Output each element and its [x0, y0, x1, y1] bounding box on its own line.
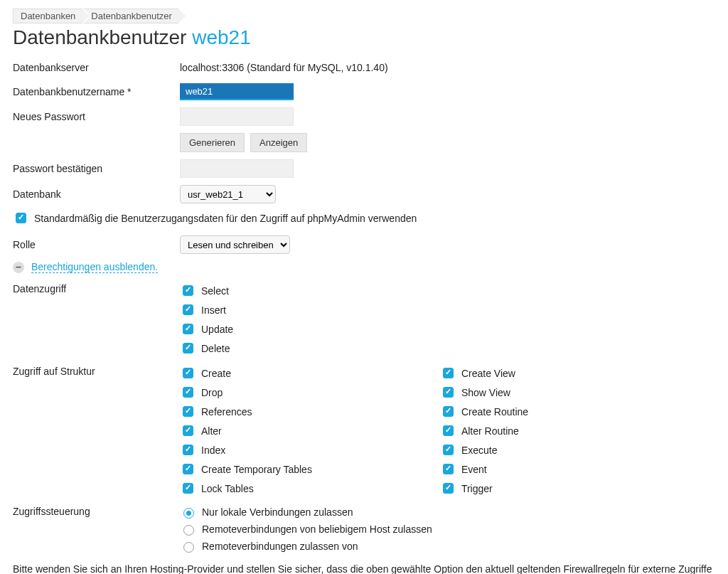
toggle-permissions-link[interactable]: Berechtigungen ausblenden.: [31, 261, 158, 273]
perm-drop[interactable]: [183, 387, 193, 398]
perm-insert[interactable]: [183, 304, 193, 315]
radio-remote-any[interactable]: [183, 525, 194, 536]
value-server: localhost:3306 (Standard für MySQL, v10.…: [180, 62, 388, 73]
page-title: Datenbankbenutzer web21: [13, 26, 715, 49]
label-role: Rolle: [13, 239, 180, 250]
label-confirm: Passwort bestätigen: [13, 163, 180, 174]
label-database: Datenbank: [13, 188, 180, 200]
perm-create[interactable]: [183, 368, 193, 378]
perm-alter-routine[interactable]: [443, 425, 454, 436]
label-username: Datenbankbenutzername *: [13, 86, 180, 97]
perm-create-temp[interactable]: [183, 464, 193, 474]
label-password: Neues Passwort: [13, 111, 180, 122]
confirm-field[interactable]: [180, 159, 294, 178]
label-access-control: Zugriffssteuerung: [13, 506, 180, 517]
perm-show-view[interactable]: [443, 387, 454, 398]
perm-event[interactable]: [443, 464, 454, 474]
title-prefix: Datenbankbenutzer: [13, 26, 192, 48]
label-data-access: Datenzugriff: [13, 283, 180, 294]
generate-button[interactable]: Generieren: [180, 133, 245, 152]
perm-execute[interactable]: [443, 445, 454, 455]
perm-create-view[interactable]: [443, 368, 454, 378]
username-field[interactable]: web21: [180, 83, 294, 100]
perm-update[interactable]: [183, 324, 193, 334]
perm-index[interactable]: [183, 445, 193, 455]
title-accent: web21: [192, 26, 251, 48]
minus-icon[interactable]: –: [13, 262, 24, 273]
breadcrumb-item-users[interactable]: Datenbankbenutzer: [83, 9, 185, 23]
password-field[interactable]: [180, 107, 294, 126]
perm-references[interactable]: [183, 406, 193, 417]
radio-remote-from[interactable]: [183, 542, 194, 553]
perm-trigger[interactable]: [443, 483, 454, 494]
default-access-checkbox[interactable]: [16, 213, 26, 223]
firewall-note: Bitte wenden Sie sich an Ihren Hosting-P…: [13, 563, 715, 574]
breadcrumb: Datenbanken Datenbankbenutzer: [13, 9, 715, 23]
perm-select[interactable]: [183, 285, 193, 296]
perm-lock-tables[interactable]: [183, 483, 193, 494]
database-select[interactable]: usr_web21_1: [180, 185, 276, 203]
show-button[interactable]: Anzeigen: [250, 133, 307, 152]
perm-create-routine[interactable]: [443, 406, 454, 417]
radio-local-only[interactable]: [183, 508, 194, 519]
perm-delete[interactable]: [183, 343, 193, 354]
breadcrumb-item-databases[interactable]: Datenbanken: [13, 9, 89, 23]
perm-alter[interactable]: [183, 425, 193, 436]
data-access-list: Select Insert Update Delete: [180, 283, 233, 356]
role-select[interactable]: Lesen und schreiben: [180, 235, 290, 254]
default-access-label: Standardmäßig die Benutzerzugangsdaten f…: [34, 213, 417, 224]
label-server: Datenbankserver: [13, 62, 180, 73]
label-structure-access: Zugriff auf Struktur: [13, 366, 180, 377]
